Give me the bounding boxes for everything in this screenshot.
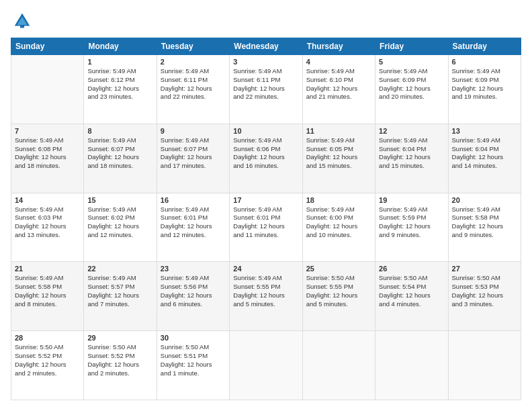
cell-text: Sunrise: 5:49 AM Sunset: 6:11 PM Dayligh…	[161, 67, 226, 101]
calendar-cell: 3Sunrise: 5:49 AM Sunset: 6:11 PM Daylig…	[230, 55, 302, 124]
page: SundayMondayTuesdayWednesdayThursdayFrid…	[0, 0, 532, 411]
day-number: 6	[452, 58, 517, 66]
cell-text: Sunrise: 5:49 AM Sunset: 6:01 PM Dayligh…	[233, 205, 298, 240]
calendar-cell: 18Sunrise: 5:49 AM Sunset: 6:00 PM Dayli…	[302, 193, 375, 262]
day-number: 20	[452, 196, 517, 204]
day-number: 18	[306, 196, 371, 204]
cell-text: Sunrise: 5:49 AM Sunset: 6:09 PM Dayligh…	[379, 67, 444, 101]
calendar-cell: 26Sunrise: 5:50 AM Sunset: 5:54 PM Dayli…	[375, 262, 448, 331]
cell-text: Sunrise: 5:49 AM Sunset: 6:00 PM Dayligh…	[306, 205, 371, 240]
day-number: 14	[15, 196, 80, 204]
col-header-sunday: Sunday	[11, 38, 84, 55]
calendar-cell: 16Sunrise: 5:49 AM Sunset: 6:01 PM Dayli…	[157, 193, 229, 262]
calendar-cell: 28Sunrise: 5:50 AM Sunset: 5:52 PM Dayli…	[11, 331, 84, 400]
cell-text: Sunrise: 5:49 AM Sunset: 6:07 PM Dayligh…	[161, 136, 226, 171]
cell-text: Sunrise: 5:49 AM Sunset: 6:04 PM Dayligh…	[452, 136, 517, 171]
week-row-3: 21Sunrise: 5:49 AM Sunset: 5:58 PM Dayli…	[11, 262, 521, 331]
day-number: 22	[87, 265, 152, 273]
day-number: 12	[379, 127, 444, 135]
col-header-saturday: Saturday	[448, 38, 521, 55]
calendar-cell: 19Sunrise: 5:49 AM Sunset: 5:59 PM Dayli…	[375, 193, 448, 262]
header	[11, 11, 521, 31]
cell-text: Sunrise: 5:49 AM Sunset: 5:59 PM Dayligh…	[379, 205, 444, 240]
day-number: 9	[161, 127, 226, 135]
calendar-cell: 22Sunrise: 5:49 AM Sunset: 5:57 PM Dayli…	[84, 262, 157, 331]
cell-text: Sunrise: 5:49 AM Sunset: 5:58 PM Dayligh…	[452, 205, 517, 240]
cell-text: Sunrise: 5:49 AM Sunset: 6:11 PM Dayligh…	[233, 67, 298, 101]
day-number: 27	[452, 265, 517, 273]
calendar-cell: 9Sunrise: 5:49 AM Sunset: 6:07 PM Daylig…	[157, 124, 229, 193]
cell-text: Sunrise: 5:49 AM Sunset: 6:04 PM Dayligh…	[379, 136, 444, 171]
cell-text: Sunrise: 5:50 AM Sunset: 5:53 PM Dayligh…	[452, 274, 517, 308]
cell-text: Sunrise: 5:49 AM Sunset: 6:12 PM Dayligh…	[87, 67, 152, 101]
calendar-header-row: SundayMondayTuesdayWednesdayThursdayFrid…	[11, 38, 521, 55]
day-number: 30	[161, 334, 226, 342]
col-header-thursday: Thursday	[302, 38, 375, 55]
cell-text: Sunrise: 5:49 AM Sunset: 6:10 PM Dayligh…	[306, 67, 371, 101]
cell-text: Sunrise: 5:49 AM Sunset: 6:03 PM Dayligh…	[15, 205, 80, 240]
calendar-cell: 25Sunrise: 5:50 AM Sunset: 5:55 PM Dayli…	[302, 262, 375, 331]
col-header-monday: Monday	[84, 38, 157, 55]
week-row-2: 14Sunrise: 5:49 AM Sunset: 6:03 PM Dayli…	[11, 193, 521, 262]
day-number: 8	[87, 127, 152, 135]
svg-rect-2	[20, 25, 24, 28]
calendar-cell: 23Sunrise: 5:49 AM Sunset: 5:56 PM Dayli…	[157, 262, 229, 331]
day-number: 16	[161, 196, 226, 204]
calendar-cell: 4Sunrise: 5:49 AM Sunset: 6:10 PM Daylig…	[302, 55, 375, 124]
week-row-0: 1Sunrise: 5:49 AM Sunset: 6:12 PM Daylig…	[11, 55, 521, 124]
day-number: 25	[306, 265, 371, 273]
cell-text: Sunrise: 5:49 AM Sunset: 5:56 PM Dayligh…	[161, 274, 226, 308]
cell-text: Sunrise: 5:49 AM Sunset: 5:57 PM Dayligh…	[87, 274, 152, 308]
day-number: 15	[87, 196, 152, 204]
cell-text: Sunrise: 5:50 AM Sunset: 5:52 PM Dayligh…	[15, 343, 80, 377]
calendar-cell	[375, 331, 448, 400]
cell-text: Sunrise: 5:50 AM Sunset: 5:51 PM Dayligh…	[161, 343, 226, 377]
cell-text: Sunrise: 5:49 AM Sunset: 6:02 PM Dayligh…	[87, 205, 152, 240]
calendar-cell: 13Sunrise: 5:49 AM Sunset: 6:04 PM Dayli…	[448, 124, 521, 193]
calendar-cell: 1Sunrise: 5:49 AM Sunset: 6:12 PM Daylig…	[84, 55, 157, 124]
calendar-cell: 15Sunrise: 5:49 AM Sunset: 6:02 PM Dayli…	[84, 193, 157, 262]
cell-text: Sunrise: 5:50 AM Sunset: 5:54 PM Dayligh…	[379, 274, 444, 308]
logo	[11, 11, 32, 31]
day-number: 5	[379, 58, 444, 66]
calendar-cell: 29Sunrise: 5:50 AM Sunset: 5:52 PM Dayli…	[84, 331, 157, 400]
calendar-cell: 27Sunrise: 5:50 AM Sunset: 5:53 PM Dayli…	[448, 262, 521, 331]
calendar-cell: 10Sunrise: 5:49 AM Sunset: 6:06 PM Dayli…	[230, 124, 302, 193]
col-header-wednesday: Wednesday	[230, 38, 302, 55]
cell-text: Sunrise: 5:49 AM Sunset: 5:58 PM Dayligh…	[15, 274, 80, 308]
day-number: 17	[233, 196, 298, 204]
calendar-cell: 7Sunrise: 5:49 AM Sunset: 6:08 PM Daylig…	[11, 124, 84, 193]
day-number: 26	[379, 265, 444, 273]
calendar-cell: 6Sunrise: 5:49 AM Sunset: 6:09 PM Daylig…	[448, 55, 521, 124]
calendar-cell: 2Sunrise: 5:49 AM Sunset: 6:11 PM Daylig…	[157, 55, 229, 124]
day-number: 7	[15, 127, 80, 135]
day-number: 10	[233, 127, 298, 135]
day-number: 13	[452, 127, 517, 135]
calendar-cell: 20Sunrise: 5:49 AM Sunset: 5:58 PM Dayli…	[448, 193, 521, 262]
day-number: 21	[15, 265, 80, 273]
day-number: 2	[161, 58, 226, 66]
calendar-cell: 30Sunrise: 5:50 AM Sunset: 5:51 PM Dayli…	[157, 331, 229, 400]
calendar-cell: 17Sunrise: 5:49 AM Sunset: 6:01 PM Dayli…	[230, 193, 302, 262]
cell-text: Sunrise: 5:49 AM Sunset: 6:06 PM Dayligh…	[233, 136, 298, 171]
day-number: 11	[306, 127, 371, 135]
col-header-tuesday: Tuesday	[157, 38, 229, 55]
day-number: 28	[15, 334, 80, 342]
calendar-cell	[302, 331, 375, 400]
day-number: 19	[379, 196, 444, 204]
calendar-table: SundayMondayTuesdayWednesdayThursdayFrid…	[11, 38, 521, 400]
cell-text: Sunrise: 5:50 AM Sunset: 5:55 PM Dayligh…	[306, 274, 371, 308]
cell-text: Sunrise: 5:49 AM Sunset: 6:05 PM Dayligh…	[306, 136, 371, 171]
logo-icon	[12, 11, 32, 31]
cell-text: Sunrise: 5:50 AM Sunset: 5:52 PM Dayligh…	[87, 343, 152, 377]
cell-text: Sunrise: 5:49 AM Sunset: 6:09 PM Dayligh…	[452, 67, 517, 101]
cell-text: Sunrise: 5:49 AM Sunset: 6:01 PM Dayligh…	[161, 205, 226, 240]
calendar-cell	[230, 331, 302, 400]
calendar-cell: 24Sunrise: 5:49 AM Sunset: 5:55 PM Dayli…	[230, 262, 302, 331]
day-number: 3	[233, 58, 298, 66]
week-row-4: 28Sunrise: 5:50 AM Sunset: 5:52 PM Dayli…	[11, 331, 521, 400]
calendar-cell: 21Sunrise: 5:49 AM Sunset: 5:58 PM Dayli…	[11, 262, 84, 331]
calendar-cell	[448, 331, 521, 400]
calendar-cell: 12Sunrise: 5:49 AM Sunset: 6:04 PM Dayli…	[375, 124, 448, 193]
calendar-cell: 11Sunrise: 5:49 AM Sunset: 6:05 PM Dayli…	[302, 124, 375, 193]
